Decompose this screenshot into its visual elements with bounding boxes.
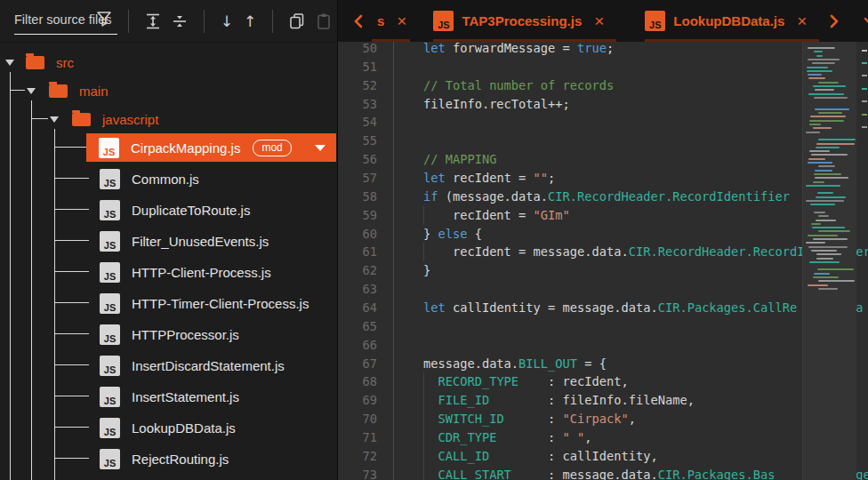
tree-file-LookupDBData.js[interactable]: JSLookupDBData.js [100, 412, 236, 444]
folder-icon [26, 56, 44, 69]
tree-file-InsertDiscardStatement.js[interactable]: JSInsertDiscardStatement.js [100, 350, 285, 381]
minimap-line [808, 47, 835, 49]
js-file-icon: JS [100, 169, 120, 189]
collapse-toggle-icon[interactable] [27, 88, 36, 94]
tabs-scroll-left-icon[interactable] [352, 0, 365, 42]
code-token: callIdentity = message.data. [446, 300, 658, 315]
js-file-icon: JS [100, 200, 120, 220]
tree-file-Filter_UnusedEvents.js[interactable]: JSFilter_UnusedEvents.js [100, 226, 269, 257]
minimap-line [808, 284, 828, 286]
file-label: LookupDBData.js [132, 420, 236, 436]
minimap-line [817, 192, 833, 194]
tab-TAP3Processing.js[interactable]: JSTAP3Processing.js× [433, 0, 616, 42]
line-number: 58 [338, 188, 393, 206]
collapse-toggle-icon[interactable] [5, 60, 14, 66]
code-line-60: } else { [394, 225, 868, 244]
minimap-line [806, 242, 825, 244]
file-actions-dropdown-icon[interactable] [315, 145, 326, 151]
editor-panel: s × JSTAP3Processing.js×JSLookupDBData.j… [338, 0, 868, 480]
code-token: { [467, 227, 481, 241]
tree-file-HTTPProcessor.js[interactable]: JSHTTPProcessor.js [100, 319, 239, 350]
copy-icon[interactable] [288, 12, 306, 31]
minimap-line [810, 204, 835, 205]
expand-rows-icon[interactable] [144, 12, 162, 31]
tab-label-fragment: s [377, 13, 384, 28]
line-number: 62 [338, 261, 393, 280]
filter-icon[interactable] [96, 10, 114, 33]
filter-underline [14, 34, 117, 35]
file-label: HTTP-Timer-Client-Process.js [132, 296, 309, 311]
code-token: : callIdentity, [489, 449, 658, 463]
file-label: Filter_UnusedEvents.js [132, 234, 269, 249]
tree-folder-javascript[interactable]: javascript [0, 105, 158, 133]
code-token: fileInfo.recTotal++; [394, 97, 570, 111]
line-number: 57 [338, 169, 393, 188]
indent-guide [423, 447, 424, 466]
collapse-toggle-icon[interactable] [50, 116, 59, 123]
folder-icon [72, 113, 91, 126]
code-line-52: // Total number of records [394, 76, 868, 95]
close-tab-icon[interactable]: × [397, 12, 406, 29]
code-token: : message.data. [511, 468, 658, 480]
code-token: "" [534, 171, 548, 185]
tabs-list-dropdown-icon[interactable] [864, 0, 868, 42]
filter-source-files-input[interactable]: Filter source files [14, 6, 117, 36]
tree-guide-line [54, 364, 89, 365]
tree-file-Common.js[interactable]: JSCommon.js [100, 164, 199, 195]
code-token: if [423, 189, 438, 204]
arrow-up-icon[interactable]: ↑ [243, 12, 257, 31]
file-label: InsertDiscardStatement.js [132, 358, 285, 373]
code-token: " " [563, 430, 585, 444]
minimap-line [808, 93, 844, 95]
minimap-line [818, 280, 855, 282]
code-editor[interactable]: 5051525354555657585960616263646566676869… [338, 42, 868, 480]
tree-folder-src[interactable]: src [0, 48, 74, 76]
collapse-rows-icon[interactable] [171, 12, 189, 31]
line-number: 68 [338, 372, 393, 391]
minimap-line [814, 51, 823, 52]
minimap-line [816, 143, 855, 145]
close-tab-icon[interactable]: × [594, 12, 604, 29]
tree-guide-line [54, 427, 89, 428]
tab-overflow-partial[interactable]: s × [372, 0, 410, 42]
tab-LookupDBData.js[interactable]: JSLookupDBData.js× [645, 0, 819, 42]
tree-file-InsertStatement.js[interactable]: JSInsertStatement.js [100, 381, 239, 412]
tabs-scroll-right-icon[interactable] [828, 0, 840, 42]
minimap-line [814, 97, 848, 99]
tree-file-HTTP-Client-Process.js[interactable]: JSHTTP-Client-Process.js [100, 257, 271, 288]
line-number: 53 [338, 95, 393, 114]
code-token: recIdent = [394, 208, 534, 222]
code-line-63 [394, 280, 868, 299]
code-line-71: CDR_TYPE : " ", [394, 428, 868, 447]
tree-folder-main[interactable]: main [0, 76, 108, 105]
minimap-line [815, 89, 834, 91]
minimap[interactable] [802, 42, 856, 480]
code-token: ; [548, 171, 555, 185]
close-tab-icon[interactable]: × [797, 12, 807, 29]
code-token [394, 189, 423, 204]
overview-ruler-mark [862, 126, 867, 128]
code-token: forwardMessage = [446, 42, 577, 55]
tree-file-RejectRouting.js[interactable]: JSRejectRouting.js [100, 444, 229, 475]
tree-file-DuplicateToRoute.js[interactable]: JSDuplicateToRoute.js [100, 195, 250, 226]
code-line-59: recIdent = "GIm" [394, 206, 868, 225]
source-files-panel: Filter source files [0, 0, 338, 480]
arrow-down-icon[interactable]: ↓ [220, 12, 234, 31]
code-token: : fileInfo.fileName, [489, 393, 695, 407]
tree-file-selected-CirpackMapping.js[interactable]: JSCirpackMapping.jsmod [86, 133, 336, 162]
minimap-line [818, 288, 838, 290]
code-area[interactable]: let forwardMessage = true; // Total numb… [394, 42, 868, 480]
minimap-line [811, 154, 848, 156]
minimap-line [818, 165, 835, 167]
file-label: HTTP-Client-Process.js [132, 265, 271, 280]
minimap-line [814, 212, 825, 213]
minimap-line [812, 227, 845, 228]
js-file-icon: JS [100, 356, 120, 376]
line-number: 73 [338, 466, 393, 480]
js-file-icon: JS [100, 293, 120, 314]
paste-icon[interactable] [315, 12, 333, 31]
tree-file-HTTP-Timer-Client-Process.js[interactable]: JSHTTP-Timer-Client-Process.js [100, 288, 309, 319]
code-token: let [423, 300, 446, 315]
minimap-line [812, 62, 835, 64]
minimap-line [816, 253, 841, 255]
